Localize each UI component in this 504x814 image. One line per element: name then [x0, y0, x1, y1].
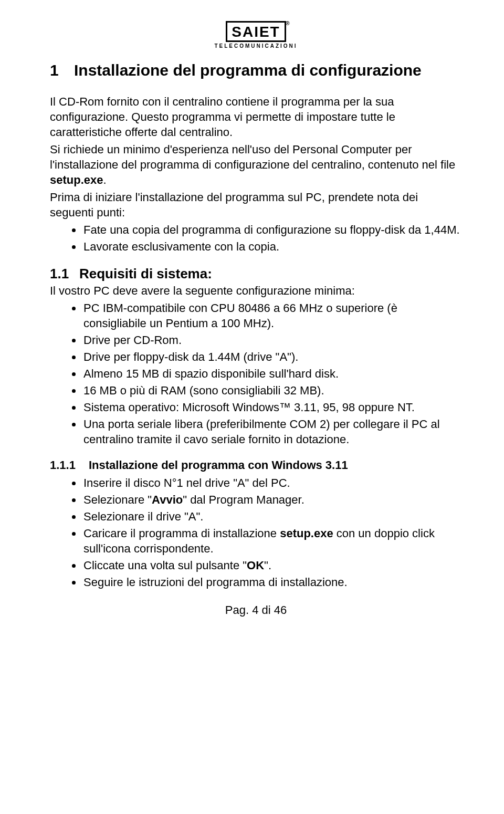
step-text-b: " dal Program Manager.	[183, 493, 304, 506]
heading-1-number: 1	[50, 60, 74, 80]
list-item: Lavorate esclusivamente con la copia.	[82, 239, 462, 254]
intro-paragraph-2: Si richiede un minimo d'esperienza nell'…	[50, 142, 462, 187]
list-item: Selezionare il drive "A".	[82, 509, 462, 524]
intro-p2-strong: setup.exe	[50, 173, 103, 186]
step-strong: OK	[247, 559, 264, 572]
heading-3-title: Installazione del programma con Windows …	[89, 458, 348, 472]
logo-icon: SAIET ®	[226, 21, 286, 42]
step-text-a: Cliccate una volta sul pulsante "	[83, 559, 247, 572]
heading-1: 1Installazione del programma di configur…	[50, 60, 462, 80]
list-item: 16 MB o più di RAM (sono consigliabili 3…	[82, 383, 462, 398]
logo-subtitle: TELECOMUNICAZIONI	[50, 43, 462, 49]
page-footer: Pag. 4 di 46	[50, 603, 462, 617]
intro-p2-text-a: Si richiede un minimo d'esperienza nell'…	[50, 143, 455, 171]
intro-paragraph-1: Il CD-Rom fornito con il centralino cont…	[50, 94, 462, 140]
heading-1-title: Installazione del programma di configura…	[74, 61, 422, 79]
intro-paragraph-3: Prima di iniziare l'installazione del pr…	[50, 190, 462, 220]
list-item: Seguire le istruzioni del programma di i…	[82, 575, 462, 590]
intro-list: Fate una copia del programma di configur…	[50, 222, 462, 254]
step-text-a: Caricare il programma di installazione	[83, 527, 280, 540]
list-item: PC IBM-compatibile con CPU 80486 a 66 MH…	[82, 300, 462, 331]
list-item: Caricare il programma di installazione s…	[82, 526, 462, 556]
step-strong: Avvio	[152, 493, 183, 506]
install-steps-list: Inserire il disco N°1 nel drive "A" del …	[50, 475, 462, 590]
heading-2-title: Requisiti di sistema:	[79, 266, 212, 281]
heading-3-number: 1.1.1	[50, 458, 89, 472]
list-item: Selezionare "Avvio" dal Program Manager.	[82, 492, 462, 507]
requirements-list: PC IBM-compatibile con CPU 80486 a 66 MH…	[50, 300, 462, 447]
logo-text: SAIET	[232, 24, 280, 40]
list-item: Sistema operativo: Microsoft Windows™ 3.…	[82, 400, 462, 415]
heading-2-number: 1.1	[50, 266, 79, 282]
list-item: Cliccate una volta sul pulsante "OK".	[82, 558, 462, 573]
list-item: Drive per CD-Rom.	[82, 332, 462, 348]
intro-p2-text-b: .	[103, 173, 107, 186]
page: SAIET ® TELECOMUNICAZIONI 1Installazione…	[0, 0, 504, 633]
step-strong: setup.exe	[280, 527, 333, 540]
list-item: Inserire il disco N°1 nel drive "A" del …	[82, 475, 462, 491]
heading-2: 1.1Requisiti di sistema:	[50, 266, 462, 282]
heading-3: 1.1.1Installazione del programma con Win…	[50, 458, 462, 472]
list-item: Una porta seriale libera (preferibilment…	[82, 416, 462, 447]
logo-block: SAIET ® TELECOMUNICAZIONI	[50, 21, 462, 49]
step-text-b: ".	[264, 559, 271, 572]
list-item: Fate una copia del programma di configur…	[82, 222, 462, 237]
list-item: Drive per floppy-disk da 1.44M (drive "A…	[82, 349, 462, 364]
requirements-lead: Il vostro PC deve avere la seguente conf…	[50, 283, 462, 298]
registered-icon: ®	[286, 20, 290, 26]
step-text-a: Selezionare "	[83, 493, 152, 506]
list-item: Almeno 15 MB di spazio disponibile sull'…	[82, 366, 462, 381]
